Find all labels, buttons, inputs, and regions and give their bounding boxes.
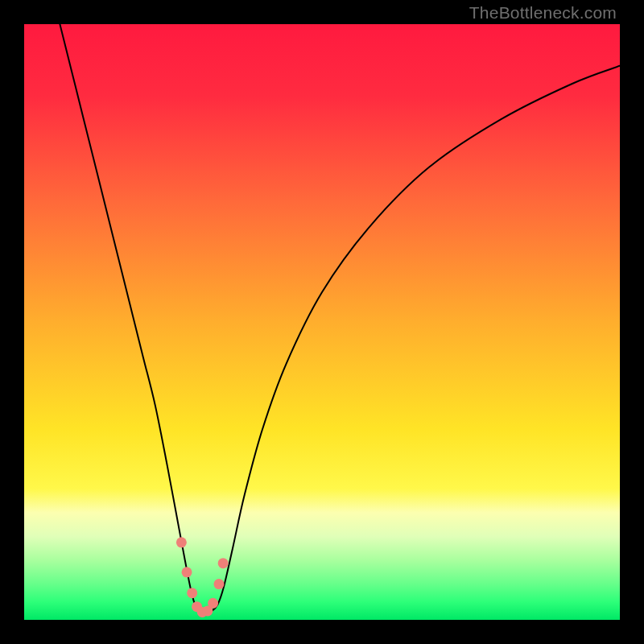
- valley-dot: [218, 558, 229, 568]
- valley-dot: [176, 537, 187, 547]
- valley-dot: [208, 598, 218, 609]
- chart-frame: TheBottleneck.com: [0, 0, 644, 644]
- watermark-text: TheBottleneck.com: [469, 3, 617, 23]
- bottleneck-curve: [60, 24, 620, 613]
- plot-area: [24, 24, 620, 620]
- valley-dot: [187, 588, 197, 598]
- chart-svg: [24, 24, 620, 620]
- valley-dot: [182, 567, 192, 577]
- valley-dot: [213, 579, 224, 589]
- valley-dots: [176, 537, 229, 617]
